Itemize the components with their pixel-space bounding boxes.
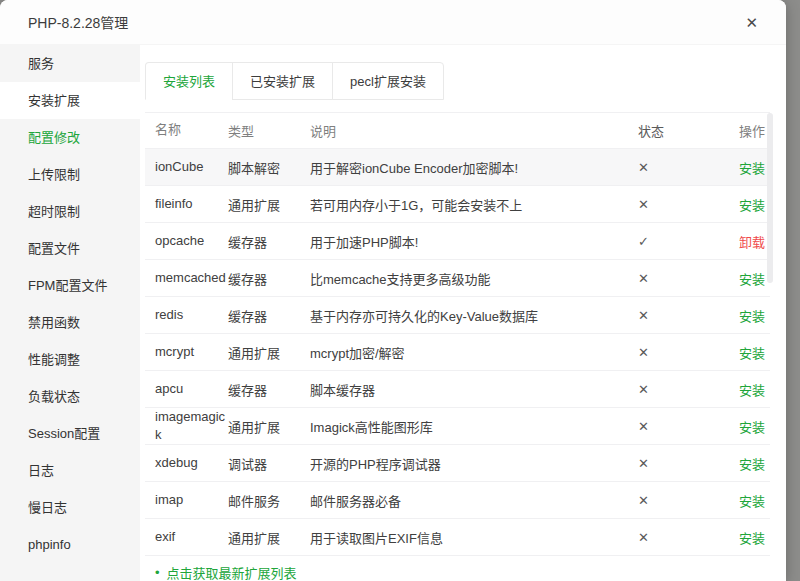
extension-desc: 用于解密ionCube Encoder加密脚本!: [310, 158, 638, 177]
not-installed-cross-icon: ✕: [638, 493, 730, 508]
sidebar-item[interactable]: 上传限制: [0, 156, 140, 193]
refresh-row: • 点击获取最新扩展列表: [145, 563, 770, 581]
close-icon[interactable]: ✕: [741, 11, 762, 34]
titlebar: PHP-8.2.28管理 ✕: [0, 0, 786, 45]
extension-desc: 开源的PHP程序调试器: [310, 454, 638, 473]
scrollbar-thumb[interactable]: [767, 113, 773, 283]
table-row: apcu缓存器脚本缓存器✕安装: [145, 371, 770, 408]
not-installed-cross-icon: ✕: [638, 382, 730, 397]
not-installed-cross-icon: ✕: [638, 345, 730, 360]
uninstall-action[interactable]: 卸载: [730, 232, 765, 251]
install-action[interactable]: 安装: [730, 528, 765, 547]
extension-desc: mcrypt加密/解密: [310, 343, 638, 362]
extension-desc: 比memcache支持更多高级功能: [310, 269, 638, 288]
extension-name: apcu: [155, 380, 228, 398]
sidebar: 服务安装扩展配置修改上传限制超时限制配置文件FPM配置文件禁用函数性能调整负载状…: [0, 45, 140, 581]
table-row: imap邮件服务邮件服务器必备✕安装: [145, 482, 770, 519]
extension-type: 邮件服务: [228, 491, 310, 510]
tab[interactable]: 已安装扩展: [232, 62, 333, 100]
extension-table: 名称类型说明状态操作 ionCube脚本解密用于解密ionCube Encode…: [145, 112, 770, 581]
tab[interactable]: 安装列表: [145, 62, 233, 100]
table-row: ionCube脚本解密用于解密ionCube Encoder加密脚本!✕安装: [145, 149, 770, 186]
extension-type: 缓存器: [228, 380, 310, 399]
install-action[interactable]: 安装: [730, 491, 765, 510]
tab-bar: 安装列表已安装扩展pecl扩展安装: [145, 62, 770, 100]
extension-desc: Imagick高性能图形库: [310, 417, 638, 436]
php-manager-dialog: PHP-8.2.28管理 ✕ 服务安装扩展配置修改上传限制超时限制配置文件FPM…: [0, 0, 786, 581]
sidebar-item[interactable]: 配置文件: [0, 230, 140, 267]
extension-name: memcached: [155, 269, 228, 287]
install-action[interactable]: 安装: [730, 269, 765, 288]
column-header: 类型: [228, 121, 310, 140]
main-content: 安装列表已安装扩展pecl扩展安装 名称类型说明状态操作 ionCube脚本解密…: [140, 45, 786, 581]
extension-type: 通用扩展: [228, 195, 310, 214]
table-body: ionCube脚本解密用于解密ionCube Encoder加密脚本!✕安装fi…: [145, 149, 770, 556]
extension-name: imap: [155, 491, 228, 509]
bullet-icon: •: [155, 565, 160, 580]
extension-type: 通用扩展: [228, 343, 310, 362]
sidebar-item[interactable]: 日志: [0, 452, 140, 489]
table-row: opcache缓存器用于加速PHP脚本!✓卸载: [145, 223, 770, 260]
table-row: fileinfo通用扩展若可用内存小于1G，可能会安装不上✕安装: [145, 186, 770, 223]
not-installed-cross-icon: ✕: [638, 308, 730, 323]
not-installed-cross-icon: ✕: [638, 419, 730, 434]
not-installed-cross-icon: ✕: [638, 197, 730, 212]
extension-name: ionCube: [155, 158, 228, 176]
extension-desc: 用于加速PHP脚本!: [310, 232, 638, 251]
extension-type: 通用扩展: [228, 417, 310, 436]
sidebar-item[interactable]: 负载状态: [0, 378, 140, 415]
extension-type: 脚本解密: [228, 158, 310, 177]
extension-name: opcache: [155, 232, 228, 250]
install-action[interactable]: 安装: [730, 195, 765, 214]
sidebar-item[interactable]: 服务: [0, 45, 140, 82]
sidebar-item[interactable]: 慢日志: [0, 489, 140, 526]
extension-desc: 基于内存亦可持久化的Key-Value数据库: [310, 306, 638, 325]
table-row: xdebug调试器开源的PHP程序调试器✕安装: [145, 445, 770, 482]
table-row: redis缓存器基于内存亦可持久化的Key-Value数据库✕安装: [145, 297, 770, 334]
extension-type: 缓存器: [228, 269, 310, 288]
extension-desc: 用于读取图片EXIF信息: [310, 528, 638, 547]
sidebar-item[interactable]: 禁用函数: [0, 304, 140, 341]
column-header: 状态: [638, 121, 730, 140]
column-header: 名称: [155, 121, 228, 139]
install-action[interactable]: 安装: [730, 343, 765, 362]
table-row: mcrypt通用扩展mcrypt加密/解密✕安装: [145, 334, 770, 371]
extension-name: xdebug: [155, 454, 228, 472]
install-action[interactable]: 安装: [730, 158, 765, 177]
sidebar-item[interactable]: 配置修改: [0, 119, 140, 156]
extension-type: 缓存器: [228, 306, 310, 325]
sidebar-item[interactable]: 安装扩展: [0, 82, 140, 119]
extension-type: 缓存器: [228, 232, 310, 251]
extension-name: mcrypt: [155, 343, 228, 361]
extension-desc: 若可用内存小于1G，可能会安装不上: [310, 195, 638, 214]
table-header: 名称类型说明状态操作: [145, 112, 770, 149]
install-action[interactable]: 安装: [730, 417, 765, 436]
install-action[interactable]: 安装: [730, 380, 765, 399]
not-installed-cross-icon: ✕: [638, 160, 730, 175]
table-row: memcached缓存器比memcache支持更多高级功能✕安装: [145, 260, 770, 297]
not-installed-cross-icon: ✕: [638, 456, 730, 471]
refresh-extensions-link[interactable]: 点击获取最新扩展列表: [167, 563, 297, 581]
extension-name: redis: [155, 306, 228, 324]
extension-desc: 脚本缓存器: [310, 380, 638, 399]
sidebar-item[interactable]: Session配置: [0, 415, 140, 452]
column-header: 操作: [730, 121, 765, 140]
not-installed-cross-icon: ✕: [638, 530, 730, 545]
table-row: exif通用扩展用于读取图片EXIF信息✕安装: [145, 519, 770, 556]
extension-name: imagemagick: [155, 408, 228, 444]
install-action[interactable]: 安装: [730, 306, 765, 325]
sidebar-item[interactable]: 性能调整: [0, 341, 140, 378]
table-row: imagemagick通用扩展Imagick高性能图形库✕安装: [145, 408, 770, 445]
install-action[interactable]: 安装: [730, 454, 765, 473]
extension-desc: 邮件服务器必备: [310, 491, 638, 510]
extension-type: 通用扩展: [228, 528, 310, 547]
installed-check-icon: ✓: [638, 234, 730, 249]
column-header: 说明: [310, 121, 638, 140]
dialog-title: PHP-8.2.28管理: [28, 12, 128, 32]
sidebar-item[interactable]: 超时限制: [0, 193, 140, 230]
not-installed-cross-icon: ✕: [638, 271, 730, 286]
sidebar-item[interactable]: phpinfo: [0, 526, 140, 563]
sidebar-item[interactable]: FPM配置文件: [0, 267, 140, 304]
tab[interactable]: pecl扩展安装: [332, 62, 444, 100]
extension-type: 调试器: [228, 454, 310, 473]
